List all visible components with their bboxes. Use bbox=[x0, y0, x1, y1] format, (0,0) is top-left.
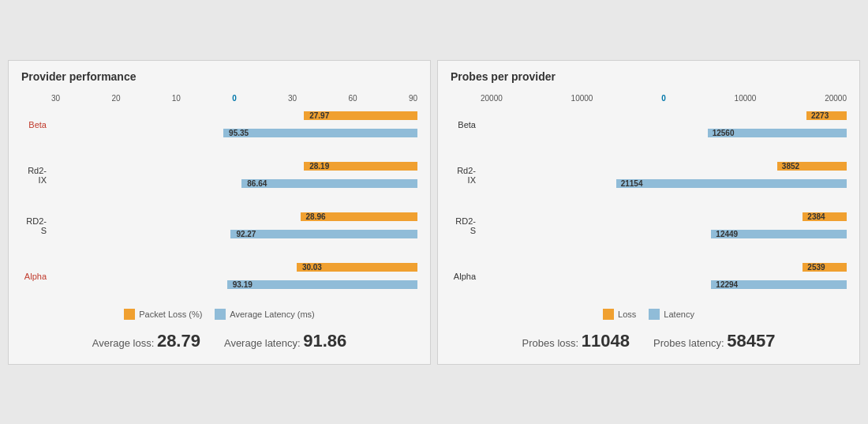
rd2s-orange-row: 28.96 bbox=[51, 209, 417, 224]
p2-rd2ix-blue-val: 21154 bbox=[621, 179, 643, 188]
p2-alpha-blue-row: 12294 bbox=[481, 277, 847, 292]
panel1-legend: Packet Loss (%) Average Latency (ms) bbox=[21, 309, 417, 320]
rd2ix-orange-val: 28.19 bbox=[309, 162, 329, 171]
p2-alpha-bars: 2539 12294 bbox=[481, 260, 847, 292]
panel2-loss-summary: Probes loss: 11048 bbox=[522, 331, 630, 351]
rd2s-blue-val: 92.27 bbox=[236, 230, 256, 238]
rd2ix-bars: 28.19 86.64 bbox=[51, 159, 417, 191]
p2-beta-orange-val: 2273 bbox=[811, 111, 829, 120]
alpha-orange-bar: 30.03 bbox=[297, 263, 417, 272]
p2-alpha-blue-val: 12294 bbox=[716, 280, 738, 289]
p2-beta-blue-row: 12560 bbox=[481, 126, 847, 141]
p2-rd2s-orange-val: 2384 bbox=[807, 212, 825, 221]
beta-blue-val: 95.35 bbox=[229, 129, 249, 137]
axis-tick-20l: 20 bbox=[111, 94, 120, 103]
panel1-latency-label: Average latency: bbox=[224, 337, 301, 349]
rd2s-blue-row: 92.27 bbox=[51, 227, 417, 242]
legend-item-blue: Average Latency (ms) bbox=[215, 309, 314, 320]
axis-tick-0: 0 bbox=[232, 94, 237, 103]
p2-legend-blue-box bbox=[649, 309, 660, 320]
p2-beta-orange-bar: 2273 bbox=[806, 111, 847, 120]
legend-item-orange: Packet Loss (%) bbox=[124, 309, 202, 320]
axis-tick-30l: 30 bbox=[51, 94, 60, 103]
panel-provider-performance: Provider performance 30 20 10 0 30 60 90… bbox=[8, 60, 431, 365]
panel2-loss-value: 11048 bbox=[582, 331, 630, 351]
rd2s-orange-bar: 28.96 bbox=[301, 212, 417, 221]
rd2ix-orange-bar: 28.19 bbox=[304, 162, 417, 171]
panel2-latency-value: 58457 bbox=[727, 331, 775, 351]
table-row: Beta 27.97 95.35 bbox=[21, 107, 417, 143]
panel1-chart: Beta 27.97 95.35 bbox=[21, 107, 417, 295]
p2-row-label-rd2s: RD2-S bbox=[451, 216, 481, 235]
p2-legend-blue-label: Latency bbox=[664, 310, 694, 319]
p2-beta-blue-val: 12560 bbox=[713, 129, 735, 137]
table-row: Rd2-IX 28.19 86.64 bbox=[21, 157, 417, 193]
beta-orange-bar: 27.97 bbox=[304, 111, 417, 120]
panel2-summary: Probes loss: 11048 Probes latency: 58457 bbox=[451, 331, 847, 351]
legend-blue-label: Average Latency (ms) bbox=[230, 310, 314, 319]
p2-rd2s-orange-row: 2384 bbox=[481, 209, 847, 224]
p2-rd2ix-bars: 3852 21154 bbox=[481, 159, 847, 191]
axis2-tick-20kr: 20000 bbox=[825, 94, 847, 103]
alpha-blue-val: 93.19 bbox=[233, 280, 253, 289]
panel2-chart: Beta 2273 12560 bbox=[451, 107, 847, 295]
p2-alpha-orange-row: 2539 bbox=[481, 260, 847, 275]
p2-row-label-alpha: Alpha bbox=[451, 272, 481, 281]
row-label-rd2s: RD2-S bbox=[21, 216, 51, 235]
p2-beta-bars: 2273 12560 bbox=[481, 108, 847, 141]
panel1-latency-value: 91.86 bbox=[303, 331, 346, 351]
rd2ix-blue-bar: 86.64 bbox=[241, 179, 417, 188]
p2-legend-item-orange: Loss bbox=[603, 309, 636, 320]
p2-rd2ix-blue-bar: 21154 bbox=[616, 179, 847, 188]
panel1-latency-summary: Average latency: 91.86 bbox=[224, 331, 346, 351]
p2-beta-blue-bar: 12560 bbox=[708, 129, 847, 137]
panel1-axis: 30 20 10 0 30 60 90 bbox=[21, 91, 417, 107]
panel1-axis-ticks: 30 20 10 0 30 60 90 bbox=[51, 94, 417, 103]
p2-rd2ix-blue-row: 21154 bbox=[481, 176, 847, 191]
table-row: RD2-S 2384 12449 bbox=[451, 208, 847, 244]
axis2-tick-10kr: 10000 bbox=[735, 94, 757, 103]
table-row: Alpha 30.03 93.19 bbox=[21, 258, 417, 295]
p2-rd2s-blue-val: 12449 bbox=[716, 230, 738, 238]
panel1-summary: Average loss: 28.79 Average latency: 91.… bbox=[21, 331, 417, 351]
beta-bars: 27.97 95.35 bbox=[51, 108, 417, 141]
panel2-title: Probes per provider bbox=[451, 70, 847, 83]
panel1-loss-label: Average loss: bbox=[92, 337, 155, 349]
axis-tick-60r: 60 bbox=[348, 94, 357, 103]
p2-legend-item-blue: Latency bbox=[649, 309, 694, 320]
panel2-latency-label: Probes latency: bbox=[653, 337, 724, 349]
p2-legend-orange-label: Loss bbox=[618, 310, 636, 319]
axis-tick-10l: 10 bbox=[172, 94, 181, 103]
row-label-rd2ix: Rd2-IX bbox=[21, 166, 51, 185]
row-label-alpha: Alpha bbox=[21, 272, 51, 281]
panel2-axis: 20000 10000 0 10000 20000 bbox=[451, 91, 847, 107]
alpha-blue-row: 93.19 bbox=[51, 277, 417, 292]
axis-tick-90r: 90 bbox=[409, 94, 417, 103]
p2-rd2s-blue-row: 12449 bbox=[481, 227, 847, 242]
rd2s-blue-bar: 92.27 bbox=[230, 230, 417, 238]
panel1-loss-summary: Average loss: 28.79 bbox=[92, 331, 200, 351]
alpha-bars: 30.03 93.19 bbox=[51, 260, 417, 292]
p2-rd2ix-orange-row: 3852 bbox=[481, 159, 847, 174]
alpha-orange-val: 30.03 bbox=[302, 263, 322, 272]
panel2-axis-ticks: 20000 10000 0 10000 20000 bbox=[481, 94, 847, 103]
rd2s-bars: 28.96 92.27 bbox=[51, 209, 417, 242]
rd2ix-blue-row: 86.64 bbox=[51, 176, 417, 191]
alpha-orange-row: 30.03 bbox=[51, 260, 417, 275]
rd2s-orange-val: 28.96 bbox=[306, 212, 326, 221]
beta-blue-row: 95.35 bbox=[51, 126, 417, 141]
legend-blue-box bbox=[215, 309, 226, 320]
beta-orange-val: 27.97 bbox=[309, 111, 329, 120]
p2-alpha-blue-bar: 12294 bbox=[711, 280, 847, 289]
panel2-loss-label: Probes loss: bbox=[522, 337, 579, 349]
p2-row-label-rd2ix: Rd2-IX bbox=[451, 166, 481, 185]
axis2-tick-20kl: 20000 bbox=[481, 94, 503, 103]
dashboard: Provider performance 30 20 10 0 30 60 90… bbox=[8, 60, 860, 365]
row-label-beta: Beta bbox=[21, 120, 51, 129]
axis2-tick-0: 0 bbox=[661, 94, 666, 103]
p2-legend-orange-box bbox=[603, 309, 614, 320]
panel1-loss-value: 28.79 bbox=[157, 331, 200, 351]
p2-rd2ix-orange-bar: 3852 bbox=[777, 162, 847, 171]
p2-row-label-beta: Beta bbox=[451, 120, 481, 129]
axis-tick-30r: 30 bbox=[288, 94, 297, 103]
